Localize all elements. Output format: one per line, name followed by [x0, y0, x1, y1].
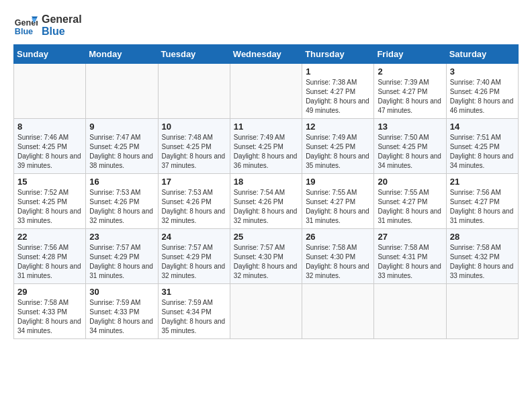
day-cell-18: 18Sunrise: 7:54 AMSunset: 4:26 PMDayligh… [230, 174, 302, 229]
day-info: Sunrise: 7:49 AMSunset: 4:25 PMDaylight:… [306, 133, 370, 171]
day-cell-27: 27Sunrise: 7:58 AMSunset: 4:31 PMDayligh… [374, 229, 446, 284]
day-number: 13 [378, 122, 442, 132]
day-cell-30: 30Sunrise: 7:59 AMSunset: 4:33 PMDayligh… [86, 284, 158, 339]
day-number: 29 [17, 287, 82, 297]
day-number: 11 [234, 122, 298, 132]
day-number: 24 [162, 232, 226, 242]
day-info: Sunrise: 7:57 AMSunset: 4:30 PMDaylight:… [234, 243, 298, 281]
day-number: 2 [378, 66, 442, 77]
day-info: Sunrise: 7:38 AMSunset: 4:27 PMDaylight:… [306, 78, 370, 116]
week-row-4: 22Sunrise: 7:56 AMSunset: 4:28 PMDayligh… [14, 229, 519, 284]
day-number: 23 [89, 232, 154, 242]
logo-blue: Blue [42, 26, 82, 38]
svg-text:Blue: Blue [15, 27, 33, 36]
logo: General Blue General Blue [13, 13, 82, 38]
day-cell-12: 12Sunrise: 7:49 AMSunset: 4:25 PMDayligh… [302, 119, 374, 174]
day-info: Sunrise: 7:49 AMSunset: 4:25 PMDaylight:… [234, 133, 298, 171]
day-cell-3: 3Sunrise: 7:40 AMSunset: 4:26 PMDaylight… [446, 64, 518, 119]
day-number: 30 [89, 287, 154, 297]
day-info: Sunrise: 7:40 AMSunset: 4:26 PMDaylight:… [450, 78, 515, 116]
day-cell-23: 23Sunrise: 7:57 AMSunset: 4:29 PMDayligh… [86, 229, 158, 284]
day-info: Sunrise: 7:56 AMSunset: 4:28 PMDaylight:… [17, 243, 82, 281]
day-cell-31: 31Sunrise: 7:59 AMSunset: 4:34 PMDayligh… [158, 284, 230, 339]
day-cell-26: 26Sunrise: 7:58 AMSunset: 4:30 PMDayligh… [302, 229, 374, 284]
header-row: SundayMondayTuesdayWednesdayThursdayFrid… [14, 45, 519, 64]
day-info: Sunrise: 7:56 AMSunset: 4:27 PMDaylight:… [450, 188, 515, 226]
day-number: 21 [450, 177, 515, 187]
day-number: 9 [89, 122, 154, 132]
day-info: Sunrise: 7:50 AMSunset: 4:25 PMDaylight:… [378, 133, 442, 171]
day-number: 28 [450, 232, 515, 242]
week-row-1: 1Sunrise: 7:38 AMSunset: 4:27 PMDaylight… [14, 64, 519, 119]
day-info: Sunrise: 7:58 AMSunset: 4:32 PMDaylight:… [450, 243, 515, 281]
col-header-sunday: Sunday [14, 45, 86, 64]
day-cell-22: 22Sunrise: 7:56 AMSunset: 4:28 PMDayligh… [14, 229, 86, 284]
day-number: 14 [450, 122, 515, 132]
day-number: 19 [306, 177, 370, 187]
day-number: 26 [306, 232, 370, 242]
week-row-3: 15Sunrise: 7:52 AMSunset: 4:25 PMDayligh… [14, 174, 519, 229]
day-info: Sunrise: 7:52 AMSunset: 4:25 PMDaylight:… [17, 188, 82, 226]
day-number: 20 [378, 177, 442, 187]
day-cell-1: 1Sunrise: 7:38 AMSunset: 4:27 PMDaylight… [302, 64, 374, 119]
day-number: 16 [89, 177, 154, 187]
day-info: Sunrise: 7:55 AMSunset: 4:27 PMDaylight:… [306, 188, 370, 226]
day-number: 12 [306, 122, 370, 132]
day-info: Sunrise: 7:58 AMSunset: 4:30 PMDaylight:… [306, 243, 370, 281]
day-number: 1 [306, 66, 370, 77]
day-cell-13: 13Sunrise: 7:50 AMSunset: 4:25 PMDayligh… [374, 119, 446, 174]
day-cell-20: 20Sunrise: 7:55 AMSunset: 4:27 PMDayligh… [374, 174, 446, 229]
day-info: Sunrise: 7:39 AMSunset: 4:27 PMDaylight:… [378, 78, 442, 116]
day-cell-14: 14Sunrise: 7:51 AMSunset: 4:25 PMDayligh… [446, 119, 518, 174]
day-cell-21: 21Sunrise: 7:56 AMSunset: 4:27 PMDayligh… [446, 174, 518, 229]
day-number: 18 [234, 177, 298, 187]
day-number: 25 [234, 232, 298, 242]
header: General Blue General Blue [13, 13, 519, 38]
empty-cell [86, 64, 158, 119]
day-cell-16: 16Sunrise: 7:53 AMSunset: 4:26 PMDayligh… [86, 174, 158, 229]
day-info: Sunrise: 7:58 AMSunset: 4:31 PMDaylight:… [378, 243, 442, 281]
day-info: Sunrise: 7:57 AMSunset: 4:29 PMDaylight:… [162, 243, 226, 281]
col-header-monday: Monday [86, 45, 158, 64]
day-info: Sunrise: 7:58 AMSunset: 4:33 PMDaylight:… [17, 298, 82, 336]
day-number: 8 [17, 122, 82, 132]
week-row-2: 8Sunrise: 7:46 AMSunset: 4:25 PMDaylight… [14, 119, 519, 174]
day-cell-15: 15Sunrise: 7:52 AMSunset: 4:25 PMDayligh… [14, 174, 86, 229]
logo-general: General [42, 13, 82, 26]
day-cell-11: 11Sunrise: 7:49 AMSunset: 4:25 PMDayligh… [230, 119, 302, 174]
logo-icon: General Blue [13, 13, 38, 38]
day-info: Sunrise: 7:47 AMSunset: 4:25 PMDaylight:… [89, 133, 154, 171]
day-info: Sunrise: 7:59 AMSunset: 4:34 PMDaylight:… [162, 298, 226, 336]
day-info: Sunrise: 7:53 AMSunset: 4:26 PMDaylight:… [89, 188, 154, 226]
day-number: 15 [17, 177, 82, 187]
day-info: Sunrise: 7:48 AMSunset: 4:25 PMDaylight:… [162, 133, 226, 171]
day-cell-9: 9Sunrise: 7:47 AMSunset: 4:25 PMDaylight… [86, 119, 158, 174]
col-header-wednesday: Wednesday [230, 45, 302, 64]
day-number: 10 [162, 122, 226, 132]
week-row-5: 29Sunrise: 7:58 AMSunset: 4:33 PMDayligh… [14, 284, 519, 339]
col-header-saturday: Saturday [446, 45, 518, 64]
day-cell-29: 29Sunrise: 7:58 AMSunset: 4:33 PMDayligh… [14, 284, 86, 339]
day-number: 31 [162, 287, 226, 297]
day-cell-8: 8Sunrise: 7:46 AMSunset: 4:25 PMDaylight… [14, 119, 86, 174]
col-header-friday: Friday [374, 45, 446, 64]
empty-cell [446, 284, 518, 339]
empty-cell [230, 64, 302, 119]
day-cell-10: 10Sunrise: 7:48 AMSunset: 4:25 PMDayligh… [158, 119, 230, 174]
col-header-thursday: Thursday [302, 45, 374, 64]
day-number: 17 [162, 177, 226, 187]
day-info: Sunrise: 7:57 AMSunset: 4:29 PMDaylight:… [89, 243, 154, 281]
day-info: Sunrise: 7:53 AMSunset: 4:26 PMDaylight:… [162, 188, 226, 226]
day-cell-24: 24Sunrise: 7:57 AMSunset: 4:29 PMDayligh… [158, 229, 230, 284]
day-number: 3 [450, 66, 515, 77]
day-number: 27 [378, 232, 442, 242]
empty-cell [14, 64, 86, 119]
day-cell-2: 2Sunrise: 7:39 AMSunset: 4:27 PMDaylight… [374, 64, 446, 119]
day-cell-17: 17Sunrise: 7:53 AMSunset: 4:26 PMDayligh… [158, 174, 230, 229]
day-info: Sunrise: 7:55 AMSunset: 4:27 PMDaylight:… [378, 188, 442, 226]
empty-cell [158, 64, 230, 119]
day-cell-28: 28Sunrise: 7:58 AMSunset: 4:32 PMDayligh… [446, 229, 518, 284]
col-header-tuesday: Tuesday [158, 45, 230, 64]
day-info: Sunrise: 7:46 AMSunset: 4:25 PMDaylight:… [17, 133, 82, 171]
day-info: Sunrise: 7:59 AMSunset: 4:33 PMDaylight:… [89, 298, 154, 336]
